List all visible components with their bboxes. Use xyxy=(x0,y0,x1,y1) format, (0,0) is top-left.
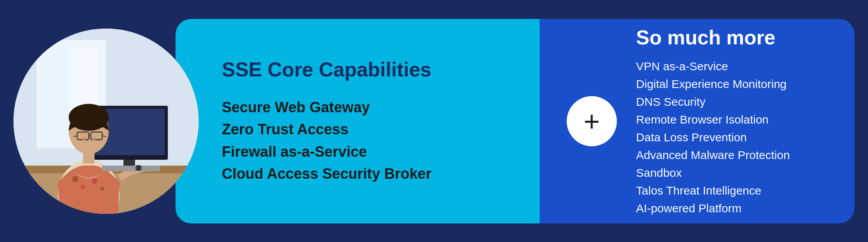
person-image-circle xyxy=(14,29,199,214)
svg-point-14 xyxy=(92,178,97,184)
plus-circle: + xyxy=(567,96,617,146)
svg-point-12 xyxy=(72,176,78,182)
svg-rect-27 xyxy=(102,166,160,171)
more-item: Remote Browser Isolation xyxy=(636,112,790,128)
svg-point-25 xyxy=(82,136,85,141)
right-panel: + So much more VPN as-a-ServiceDigital E… xyxy=(540,19,854,223)
svg-point-13 xyxy=(81,184,85,189)
person-illustration xyxy=(14,29,199,214)
person-image-wrapper xyxy=(14,29,199,214)
left-panel-title: SSE Core Capabilities xyxy=(222,59,509,81)
capability-item: Secure Web Gateway xyxy=(222,98,509,117)
more-item: Talos Threat Intelligence xyxy=(636,183,790,199)
svg-rect-29 xyxy=(136,165,141,171)
svg-rect-3 xyxy=(44,48,68,148)
capabilities-list: Secure Web GatewayZero Trust AccessFirew… xyxy=(222,98,509,184)
more-item: Data Loss Prevention xyxy=(636,129,790,146)
more-item: DNS Security xyxy=(636,94,790,110)
more-item: Advanced Malware Protection xyxy=(636,147,790,163)
more-item: Digital Experience Monitoring xyxy=(636,76,790,92)
more-item: Sandbox xyxy=(636,165,790,181)
more-list: VPN as-a-ServiceDigital Experience Monit… xyxy=(636,58,790,217)
page-container: SSE Core Capabilities Secure Web Gateway… xyxy=(14,11,854,231)
more-item: VPN as-a-Service xyxy=(636,58,790,74)
svg-point-26 xyxy=(92,136,95,141)
left-panel: SSE Core Capabilities Secure Web Gateway… xyxy=(176,19,540,223)
right-panel-title: So much more xyxy=(636,26,790,49)
right-content: So much more VPN as-a-ServiceDigital Exp… xyxy=(636,26,790,217)
svg-point-19 xyxy=(81,105,100,118)
capability-item: Firewall as-a-Service xyxy=(222,142,509,161)
main-card: SSE Core Capabilities Secure Web Gateway… xyxy=(176,19,854,223)
capability-item: Cloud Access Security Broker xyxy=(222,164,509,183)
plus-symbol: + xyxy=(584,107,600,135)
more-item: AI-powered Platform xyxy=(636,200,790,217)
svg-point-15 xyxy=(100,187,104,191)
capability-item: Zero Trust Access xyxy=(222,120,509,139)
